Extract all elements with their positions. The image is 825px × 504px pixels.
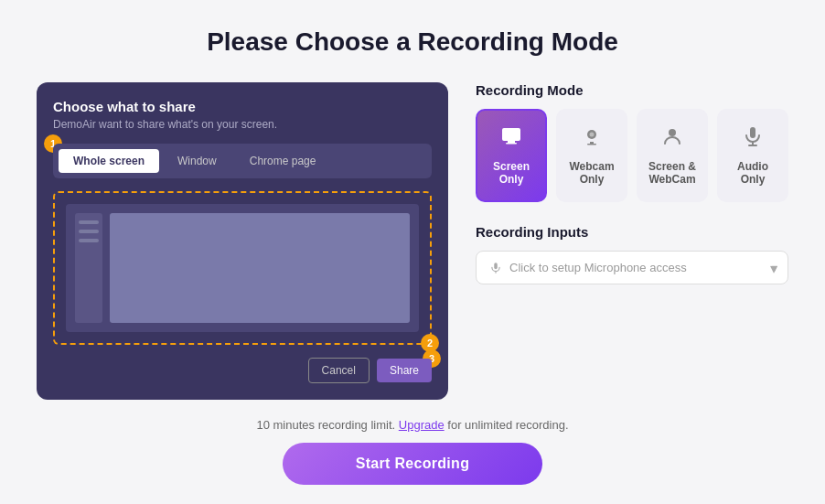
mic-select[interactable]: Click to setup Microphone access (476, 251, 788, 284)
recording-mode-label: Recording Mode (476, 82, 788, 98)
svg-point-7 (669, 129, 676, 136)
main-content: Choose what to share DemoAir want to sha… (37, 82, 788, 400)
right-panel: Recording Mode Screen Only (476, 82, 788, 400)
svg-rect-0 (502, 128, 520, 141)
page-title: Please Choose a Recording Mode (207, 27, 618, 57)
cancel-button[interactable]: Cancel (308, 358, 370, 383)
svg-rect-11 (494, 263, 498, 269)
sidebar-line (79, 230, 99, 233)
start-recording-button[interactable]: Start Recording (283, 443, 543, 485)
mic-placeholder-text: Click to setup Microphone access (509, 261, 687, 274)
sidebar-line (79, 239, 99, 242)
mode-card-screen-webcam[interactable]: Screen & WebCam (637, 109, 708, 202)
tab-chrome-page[interactable]: Chrome page (235, 149, 331, 173)
mode-card-webcam-only[interactable]: Webcam Only (556, 109, 627, 202)
screen-only-icon (500, 125, 522, 153)
tab-whole-screen[interactable]: Whole screen (59, 149, 159, 173)
screen-webcam-icon (661, 125, 683, 153)
audio-only-label: Audio Only (726, 160, 779, 186)
mode-card-screen-only[interactable]: Screen Only (476, 109, 547, 202)
svg-rect-2 (506, 143, 517, 145)
step2-badge: 2 (421, 334, 439, 352)
recording-inputs-label: Recording Inputs (476, 224, 788, 240)
mic-icon (489, 262, 502, 274)
action-bar: Cancel 3 Share (53, 358, 432, 383)
mic-select-wrapper: Click to setup Microphone access ▾ (476, 251, 788, 284)
mode-grid: Screen Only Webcam Only (476, 109, 788, 202)
mock-sidebar (75, 213, 102, 323)
svg-rect-6 (587, 144, 596, 145)
screen-only-label: Screen Only (485, 160, 538, 186)
webcam-only-label: Webcam Only (565, 160, 618, 186)
panel-title: Choose what to share (53, 99, 432, 114)
recording-inputs-section: Recording Inputs Click to setup Micropho… (476, 224, 788, 284)
webcam-only-icon (581, 125, 603, 153)
screen-area: 2 (53, 191, 432, 345)
mode-card-audio-only[interactable]: Audio Only (717, 109, 788, 202)
mock-screen (66, 204, 419, 332)
limit-suffix: for unlimited recording. (447, 418, 568, 432)
limit-prefix: 10 minutes recording limit. (256, 418, 398, 432)
chevron-down-icon: ▾ (772, 262, 777, 274)
panel-subtitle: DemoAir want to share what's on your scr… (53, 118, 432, 131)
upgrade-link[interactable]: Upgrade (399, 418, 445, 432)
screen-webcam-label: Screen & WebCam (646, 160, 699, 186)
screen-preview-panel: Choose what to share DemoAir want to sha… (37, 82, 448, 400)
svg-rect-8 (750, 127, 755, 138)
audio-only-icon (742, 125, 764, 153)
recording-mode-section: Recording Mode Screen Only (476, 82, 788, 202)
mock-main-area (110, 213, 410, 323)
svg-point-4 (590, 133, 595, 137)
share-button[interactable]: Share (377, 359, 432, 382)
tab-window[interactable]: Window (163, 149, 231, 173)
tab-container: Whole screen Window Chrome page (53, 144, 432, 178)
limit-text: 10 minutes recording limit. Upgrade for … (256, 418, 568, 432)
bottom-section: 10 minutes recording limit. Upgrade for … (256, 418, 568, 485)
svg-rect-1 (508, 141, 515, 143)
sidebar-line (79, 220, 99, 224)
